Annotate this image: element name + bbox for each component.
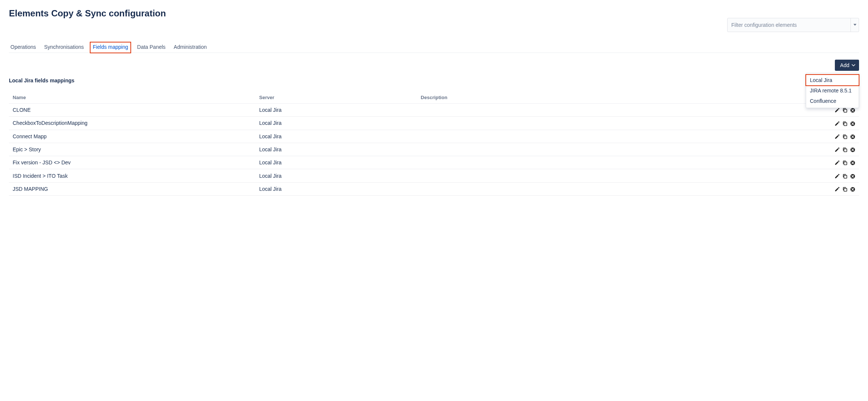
add-option-local-jira[interactable]: Local Jira — [805, 74, 859, 86]
copy-icon[interactable] — [842, 147, 848, 152]
table-row: Fix version - JSD <> Dev Local Jira — [9, 156, 859, 169]
cell-server: Local Jira — [256, 104, 417, 117]
cell-name: ISD Incident > ITO Task — [9, 169, 256, 182]
cell-name: CheckboxToDescriptionMapping — [9, 117, 256, 130]
table-row: CheckboxToDescriptionMapping Local Jira — [9, 117, 859, 130]
delete-icon[interactable] — [850, 147, 855, 152]
cell-description — [417, 182, 826, 195]
delete-icon[interactable] — [850, 108, 855, 113]
add-button[interactable]: Add — [835, 60, 859, 71]
cell-description — [417, 143, 826, 156]
copy-icon[interactable] — [842, 108, 848, 113]
svg-rect-10 — [844, 175, 847, 178]
mappings-table: Name Server Description CLONE Local Jira… — [9, 92, 859, 196]
table-row: Connect Mapp Local Jira — [9, 130, 859, 143]
copy-icon[interactable] — [842, 174, 848, 179]
cell-name: Connect Mapp — [9, 130, 256, 143]
tab-operations[interactable]: Operations — [10, 42, 37, 53]
cell-description — [417, 104, 826, 117]
page-title: Elements Copy & Sync configuration — [9, 8, 166, 19]
cell-description — [417, 169, 826, 182]
caret-down-icon — [853, 24, 856, 26]
svg-rect-8 — [844, 162, 847, 165]
svg-rect-2 — [844, 123, 847, 126]
delete-icon[interactable] — [850, 174, 855, 179]
col-name: Name — [9, 92, 256, 104]
delete-icon[interactable] — [850, 134, 855, 139]
table-row: CLONE Local Jira — [9, 104, 859, 117]
col-server: Server — [256, 92, 417, 104]
cell-description — [417, 117, 826, 130]
edit-icon[interactable] — [834, 187, 840, 192]
cell-server: Local Jira — [256, 169, 417, 182]
delete-icon[interactable] — [850, 160, 855, 165]
cell-server: Local Jira — [256, 143, 417, 156]
delete-icon[interactable] — [850, 121, 855, 126]
edit-icon[interactable] — [834, 160, 840, 165]
copy-icon[interactable] — [842, 160, 848, 165]
chevron-down-icon — [852, 64, 855, 66]
cell-description — [417, 156, 826, 169]
add-dropdown: Local Jira JIRA remote 8.5.1 Confluence — [806, 73, 859, 108]
cell-name: JSD MAPPING — [9, 182, 256, 195]
section-title: Local Jira fields mappings — [9, 78, 859, 83]
cell-name: Epic > Story — [9, 143, 256, 156]
tabs: Operations Synchronisations Fields mappi… — [9, 42, 859, 53]
filter-select[interactable] — [727, 18, 859, 32]
edit-icon[interactable] — [834, 108, 840, 113]
tab-fields-mapping[interactable]: Fields mapping — [90, 42, 131, 53]
table-row: Epic > Story Local Jira — [9, 143, 859, 156]
copy-icon[interactable] — [842, 187, 848, 192]
table-row: JSD MAPPING Local Jira — [9, 182, 859, 195]
add-button-label: Add — [840, 62, 849, 68]
cell-server: Local Jira — [256, 130, 417, 143]
edit-icon[interactable] — [834, 121, 840, 126]
svg-rect-0 — [844, 110, 847, 113]
delete-icon[interactable] — [850, 187, 855, 192]
filter-input[interactable] — [728, 22, 850, 28]
cell-server: Local Jira — [256, 182, 417, 195]
col-description: Description — [417, 92, 826, 104]
edit-icon[interactable] — [834, 134, 840, 139]
cell-name: Fix version - JSD <> Dev — [9, 156, 256, 169]
tab-data-panels[interactable]: Data Panels — [136, 42, 166, 53]
svg-rect-6 — [844, 149, 847, 152]
svg-rect-12 — [844, 188, 847, 191]
copy-icon[interactable] — [842, 121, 848, 126]
edit-icon[interactable] — [834, 147, 840, 152]
cell-description — [417, 130, 826, 143]
table-row: ISD Incident > ITO Task Local Jira — [9, 169, 859, 182]
filter-dropdown-toggle[interactable] — [850, 18, 859, 32]
svg-rect-4 — [844, 136, 847, 139]
add-option-confluence[interactable]: Confluence — [806, 96, 859, 106]
cell-server: Local Jira — [256, 117, 417, 130]
cell-name: CLONE — [9, 104, 256, 117]
edit-icon[interactable] — [834, 174, 840, 179]
tab-administration[interactable]: Administration — [173, 42, 208, 53]
tab-synchronisations[interactable]: Synchronisations — [43, 42, 85, 53]
cell-server: Local Jira — [256, 156, 417, 169]
copy-icon[interactable] — [842, 134, 848, 139]
add-option-jira-remote[interactable]: JIRA remote 8.5.1 — [806, 85, 859, 96]
